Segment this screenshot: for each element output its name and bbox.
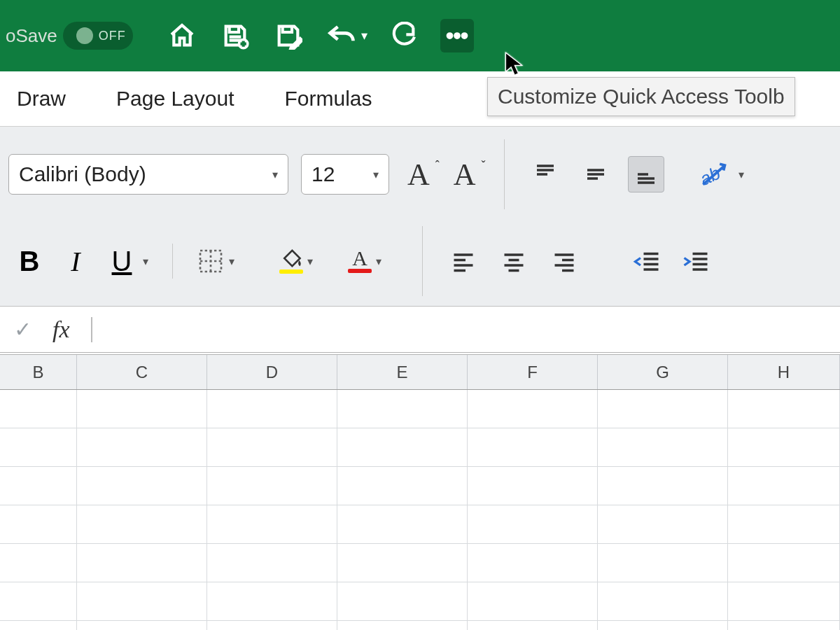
cell[interactable] — [207, 621, 337, 630]
decrease-indent-button[interactable] — [629, 243, 665, 279]
more-commands-button[interactable] — [440, 19, 474, 52]
cell[interactable] — [728, 544, 840, 582]
cell[interactable] — [598, 467, 728, 505]
save-as-button[interactable] — [272, 19, 305, 52]
cell[interactable] — [0, 582, 77, 621]
cell[interactable] — [77, 428, 207, 467]
autosave-control[interactable]: oSave OFF — [6, 22, 133, 50]
cell[interactable] — [207, 390, 337, 428]
cell[interactable] — [598, 582, 728, 621]
undo-button[interactable] — [325, 19, 358, 52]
chevron-down-icon[interactable]: ▾ — [307, 255, 313, 268]
cell[interactable] — [468, 582, 598, 621]
bold-button[interactable]: B — [13, 246, 46, 277]
col-header[interactable]: F — [468, 355, 598, 389]
underline-split-button[interactable]: U ▾ — [105, 246, 148, 277]
col-header[interactable]: D — [207, 355, 337, 389]
cell[interactable] — [468, 467, 598, 505]
cell[interactable] — [598, 621, 728, 630]
italic-button[interactable]: I — [59, 245, 92, 278]
tab-formulas[interactable]: Formulas — [282, 83, 375, 115]
underline-button[interactable]: U — [105, 246, 139, 277]
col-header[interactable]: E — [337, 355, 468, 389]
cell[interactable] — [598, 544, 728, 582]
cell[interactable] — [598, 505, 728, 544]
cell[interactable] — [598, 428, 728, 467]
chevron-down-icon[interactable]: ▾ — [229, 255, 234, 268]
align-center-button[interactable] — [496, 243, 532, 279]
cell[interactable] — [0, 428, 77, 467]
chevron-down-icon[interactable]: ▾ — [143, 255, 148, 268]
orientation-button[interactable]: ab ▾ — [698, 159, 744, 190]
align-top-icon — [533, 162, 558, 187]
cell[interactable] — [468, 428, 598, 467]
cell[interactable] — [207, 505, 337, 544]
cell[interactable] — [337, 582, 468, 621]
cell[interactable] — [728, 505, 840, 544]
cell[interactable] — [468, 390, 598, 428]
font-name-combo[interactable]: Calibri (Body) ▾ — [8, 154, 288, 195]
cell[interactable] — [0, 467, 77, 505]
increase-font-button[interactable]: Aˆ — [402, 157, 435, 192]
save-button[interactable] — [218, 19, 252, 52]
cell[interactable] — [0, 621, 77, 630]
chevron-down-icon[interactable]: ▾ — [361, 28, 368, 43]
col-header[interactable]: G — [598, 355, 728, 389]
formula-input[interactable] — [91, 317, 92, 342]
tab-page-layout[interactable]: Page Layout — [113, 83, 237, 115]
cell[interactable] — [337, 467, 468, 505]
increase-indent-button[interactable] — [678, 243, 714, 279]
align-top-button[interactable] — [527, 156, 564, 192]
col-header[interactable]: H — [728, 355, 840, 389]
undo-split-button[interactable]: ▾ — [325, 19, 368, 52]
cell[interactable] — [77, 544, 207, 582]
align-middle-button[interactable] — [578, 156, 614, 192]
align-right-button[interactable] — [546, 243, 582, 279]
cell[interactable] — [337, 544, 468, 582]
cell[interactable] — [77, 505, 207, 544]
col-header[interactable]: C — [77, 355, 207, 389]
cell[interactable] — [468, 505, 598, 544]
cell[interactable] — [77, 582, 207, 621]
cell[interactable] — [207, 582, 337, 621]
cell[interactable] — [0, 544, 77, 582]
cell[interactable] — [77, 467, 207, 505]
cell[interactable] — [468, 621, 598, 630]
borders-split-button[interactable]: ▾ — [197, 247, 234, 275]
cell[interactable] — [207, 428, 337, 467]
cell[interactable] — [77, 390, 207, 428]
cell[interactable] — [337, 621, 468, 630]
align-bottom-button[interactable] — [628, 156, 664, 192]
col-header[interactable]: B — [0, 355, 77, 389]
font-color-split-button[interactable]: A ▾ — [348, 249, 382, 273]
cell[interactable] — [207, 467, 337, 505]
cell[interactable] — [0, 390, 77, 428]
cell[interactable] — [598, 390, 728, 428]
autosave-toggle[interactable]: OFF — [63, 22, 133, 50]
spreadsheet-grid[interactable] — [0, 390, 840, 630]
cell[interactable] — [77, 621, 207, 630]
cell[interactable] — [337, 428, 468, 467]
cell[interactable] — [468, 544, 598, 582]
qat-buttons: ▾ — [165, 19, 474, 52]
cell[interactable] — [728, 467, 840, 505]
align-left-button[interactable] — [445, 243, 482, 279]
confirm-check-icon[interactable]: ✓ — [14, 317, 31, 342]
fx-label[interactable]: fx — [52, 316, 70, 343]
home-button[interactable] — [165, 19, 199, 52]
cell[interactable] — [728, 621, 840, 630]
caret-up-icon: ˆ — [435, 158, 440, 173]
chevron-down-icon[interactable]: ▾ — [376, 255, 382, 268]
cell[interactable] — [728, 582, 840, 621]
cell[interactable] — [337, 390, 468, 428]
tab-draw[interactable]: Draw — [14, 83, 69, 115]
cell[interactable] — [337, 505, 468, 544]
decrease-font-button[interactable]: Aˇ — [448, 157, 482, 192]
cell[interactable] — [728, 390, 840, 428]
font-size-combo[interactable]: 12 ▾ — [301, 154, 389, 195]
cell[interactable] — [207, 544, 337, 582]
cell[interactable] — [0, 505, 77, 544]
cell[interactable] — [728, 428, 840, 467]
fill-color-split-button[interactable]: ▾ — [279, 248, 313, 274]
redo-button[interactable] — [387, 19, 421, 52]
